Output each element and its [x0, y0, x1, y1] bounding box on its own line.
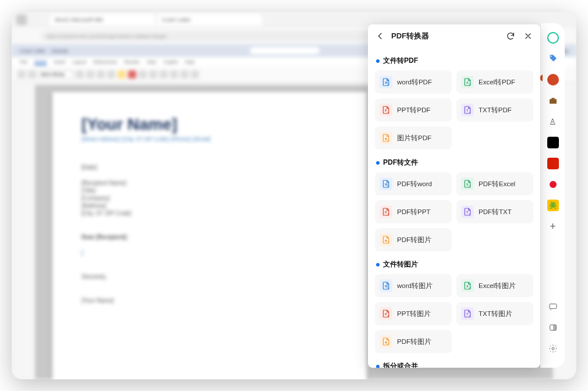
tool-Excel转图片[interactable]: XExcel转图片 [456, 274, 533, 297]
word-file-icon: W [380, 76, 392, 88]
refresh-button[interactable] [504, 30, 517, 42]
tool-label: PDF转word [397, 180, 432, 189]
tool-图片转PDF[interactable]: ◆图片转PDF [375, 126, 452, 150]
chess-icon[interactable]: ♙ [547, 115, 559, 128]
tool-label: PPT转PDF [397, 106, 430, 115]
word-file-icon: W [380, 177, 392, 190]
svg-rect-1 [551, 98, 554, 99]
tool-label: word转PDF [397, 78, 432, 87]
weibo-icon[interactable] [547, 178, 559, 191]
img-file-icon: ◆ [380, 335, 392, 348]
breadcrumb: Cover Letter [20, 48, 45, 54]
font-selector[interactable]: Aptos (Body) [41, 72, 64, 76]
tool-Excel转PDF[interactable]: XExcel转PDF [456, 70, 533, 94]
tool-label: 图片转PDF [397, 134, 431, 143]
tool-label: PDF转PPT [397, 208, 430, 216]
tool-word转图片[interactable]: Wword转图片 [375, 274, 452, 297]
doc-subtitle[interactable]: [Street Address] | [City, ST ZIP Code] |… [82, 136, 338, 142]
tiktok-icon[interactable] [547, 136, 559, 149]
cast-icon[interactable] [547, 300, 559, 313]
powerpoint-icon[interactable] [547, 73, 559, 86]
pdf-converter-panel: PDF转换器 文件转PDFWword转PDFXExcel转PDFPPPT转PDF… [368, 24, 540, 368]
menu-insert[interactable]: Insert [54, 59, 65, 65]
back-button[interactable] [374, 30, 387, 42]
ppt-file-icon: P [380, 205, 392, 218]
tool-label: PPT转图片 [397, 310, 431, 318]
doc-closing[interactable]: Sincerely, [82, 273, 338, 280]
svg-text:◆: ◆ [384, 137, 387, 140]
svg-text:X: X [466, 285, 469, 288]
tool-PPT转图片[interactable]: PPPT转图片 [375, 302, 452, 325]
svg-text:T: T [466, 312, 469, 316]
menu-layout[interactable]: Layout [72, 59, 86, 65]
menu-home[interactable]: Home [34, 59, 47, 65]
doc-signature[interactable]: [Your Name] [82, 297, 338, 304]
txt-file-icon: T [461, 104, 474, 116]
tool-label: TXT转PDF [479, 106, 512, 115]
txt-file-icon: T [461, 205, 474, 218]
svg-text:T: T [466, 109, 469, 112]
tool-PDF转TXT[interactable]: TPDF转TXT [456, 200, 533, 223]
menu-references[interactable]: References [93, 59, 117, 65]
add-extension-icon[interactable]: + [547, 220, 559, 233]
tool-TXT转PDF[interactable]: TTXT转PDF [456, 98, 533, 122]
briefcase-icon[interactable] [547, 94, 559, 107]
section-title: 文件转图片 [376, 260, 533, 269]
doc-greeting[interactable]: Dear [Recipient]: [82, 234, 338, 240]
svg-text:X: X [466, 183, 469, 186]
menu-help[interactable]: Help [185, 59, 194, 65]
tool-label: word转图片 [397, 282, 433, 290]
doc-line[interactable]: [Company] [82, 195, 338, 201]
app-red-icon[interactable] [547, 157, 559, 170]
section-title: 拆分或合并 [376, 361, 533, 368]
svg-text:P: P [385, 109, 387, 112]
browser-tab-2[interactable]: Cover Letter [162, 17, 191, 23]
ppt-file-icon: P [380, 307, 392, 320]
doc-date[interactable]: [Date] [82, 164, 338, 170]
img-file-icon: ◆ [380, 131, 392, 144]
svg-text:◆: ◆ [384, 239, 387, 242]
extension-rail: ♙ 美 + [540, 23, 565, 368]
doc-line[interactable]: [Title] [82, 187, 338, 194]
tool-PDF转PPT[interactable]: PPDF转PPT [375, 200, 452, 223]
svg-text:◆: ◆ [384, 340, 387, 344]
tool-label: TXT转图片 [479, 310, 512, 318]
tool-label: Excel转图片 [479, 282, 516, 290]
meituan-icon[interactable]: 美 [547, 199, 559, 212]
tool-label: Excel转PDF [479, 78, 515, 87]
close-button[interactable] [522, 30, 534, 42]
tags-icon[interactable] [547, 52, 559, 65]
svg-rect-4 [553, 325, 556, 330]
document-page[interactable]: [Your Name] [Street Address] | [City, ST… [52, 92, 367, 379]
menu-copilot[interactable]: Copilot [164, 59, 178, 65]
tool-PDF转Excel[interactable]: XPDF转Excel [456, 172, 533, 196]
doc-line[interactable]: [City, ST ZIP Code] [82, 210, 338, 216]
word-search[interactable] [250, 47, 320, 54]
tool-word转PDF[interactable]: Wword转PDF [375, 70, 452, 94]
tool-TXT转图片[interactable]: TTXT转图片 [456, 302, 533, 325]
sidebar-toggle-icon[interactable] [547, 321, 559, 334]
tool-PPT转PDF[interactable]: PPPT转PDF [375, 98, 452, 122]
doc-line[interactable]: [Recipient Name] [82, 180, 338, 186]
svg-rect-0 [550, 99, 557, 104]
menu-view[interactable]: View [146, 59, 156, 65]
tool-PDF转word[interactable]: WPDF转word [375, 172, 452, 196]
tool-PDF转图片[interactable]: ◆PDF转图片 [375, 228, 452, 251]
browser-tab-1[interactable]: Word | Microsoft 365 [55, 17, 103, 23]
grammarly-icon[interactable] [547, 31, 559, 44]
tool-label: PDF转TXT [479, 208, 512, 216]
word-file-icon: W [380, 279, 392, 292]
breadcrumb: General [51, 48, 68, 54]
settings-icon[interactable] [547, 342, 559, 355]
menu-review[interactable]: Review [124, 59, 139, 65]
tool-label: PDF转图片 [397, 337, 431, 346]
menu-file[interactable]: File [20, 59, 27, 65]
doc-title[interactable]: [Your Name] [82, 115, 338, 134]
tool-label: PDF转图片 [397, 236, 431, 244]
tool-PDF转图片[interactable]: ◆PDF转图片 [375, 330, 452, 353]
excel-file-icon: X [461, 177, 474, 190]
svg-text:X: X [466, 81, 469, 84]
doc-line[interactable]: [Address] [82, 202, 338, 209]
svg-text:P: P [385, 211, 387, 214]
section-title: 文件转PDF [376, 56, 533, 66]
